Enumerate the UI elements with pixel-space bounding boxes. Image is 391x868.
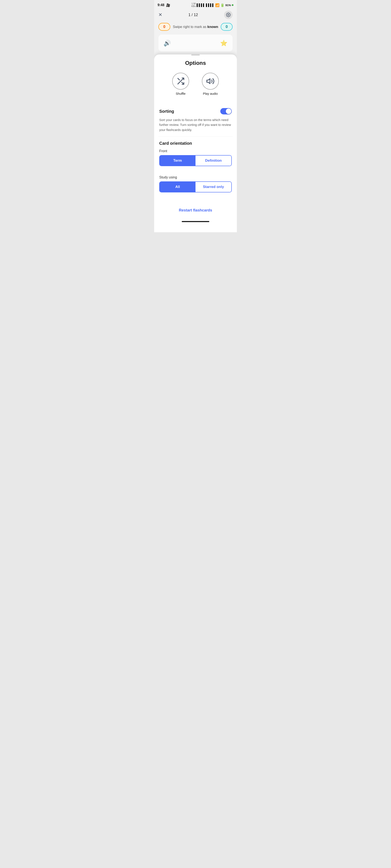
sorting-header: Sorting [159, 108, 232, 115]
signal-bars-icon: ▌▌▌▌ [197, 3, 205, 7]
play-audio-label: Play audio [203, 92, 218, 95]
icon-buttons-row: Shuffle Play audio [154, 73, 237, 95]
restart-section: Restart flashcards [154, 203, 237, 219]
card-preview: 🔊 ⭐ [158, 35, 233, 52]
battery-percent: 91% [225, 4, 231, 7]
volume-icon [206, 77, 215, 85]
sorting-description: Sort your cards to focus on the terms wh… [159, 117, 232, 132]
card-counter: 1 / 12 [188, 13, 198, 17]
toggle-knob [226, 108, 231, 114]
gear-icon [226, 12, 231, 17]
study-using-section: Study using All Starred only [154, 176, 237, 203]
svg-marker-1 [207, 79, 210, 84]
restart-button[interactable]: Restart flashcards [175, 206, 216, 215]
sorting-toggle[interactable] [220, 108, 232, 115]
status-right: 1.58 KB/s ▌▌▌▌ ▌▌▌▌ 📶 🔋 91% [191, 3, 234, 8]
signal-bars2-icon: ▌▌▌▌ [206, 3, 214, 7]
study-segmented-control: All Starred only [159, 181, 232, 192]
svg-point-0 [228, 14, 229, 16]
all-option[interactable]: All [160, 182, 196, 192]
card-star-icon: ⭐ [220, 40, 228, 46]
settings-button[interactable] [224, 10, 233, 19]
options-bottom-sheet: Options Shuffle Pl [154, 55, 237, 232]
hint-text-plain: Swipe right to mark as [173, 25, 207, 29]
battery-icon: 🔋 [220, 3, 224, 7]
wifi-icon: 📶 [215, 3, 219, 7]
bottom-home-indicator [182, 221, 209, 222]
shuffle-button[interactable]: Shuffle [172, 73, 189, 95]
front-label: Front [159, 149, 232, 153]
definition-option[interactable]: Definition [196, 156, 231, 166]
front-segmented-control: Term Definition [159, 155, 232, 166]
shuffle-label: Shuffle [176, 92, 185, 95]
hint-text: Swipe right to mark as known [172, 25, 219, 29]
network-speed: 1.58 KB/s [191, 3, 196, 8]
camera-icon: 🎥 [166, 3, 170, 7]
phone-container: 9:48 🎥 1.58 KB/s ▌▌▌▌ ▌▌▌▌ 📶 🔋 91% ✕ 1 /… [154, 0, 237, 232]
status-bar: 9:48 🎥 1.58 KB/s ▌▌▌▌ ▌▌▌▌ 📶 🔋 91% [154, 0, 237, 9]
card-orientation-section: Card orientation Front Term Definition [154, 137, 237, 176]
known-count: 0 [221, 23, 233, 31]
hint-bar: 0 Swipe right to mark as known 0 [154, 21, 237, 33]
sorting-section: Sorting Sort your cards to focus on the … [154, 103, 237, 136]
top-nav: ✕ 1 / 12 [154, 9, 237, 21]
status-time: 9:48 [157, 3, 164, 7]
play-audio-button[interactable]: Play audio [202, 73, 219, 95]
study-using-label: Study using [159, 176, 232, 179]
options-title: Options [154, 60, 237, 66]
sheet-handle [191, 55, 200, 56]
hint-text-bold: known [207, 25, 218, 29]
play-audio-icon-circle [202, 73, 219, 90]
battery-dot [232, 4, 234, 6]
card-audio-icon: 🔊 [163, 40, 171, 46]
shuffle-icon-circle [172, 73, 189, 90]
sorting-title: Sorting [159, 109, 174, 114]
term-option[interactable]: Term [160, 156, 196, 166]
shuffle-icon [176, 77, 185, 85]
unknown-count: 0 [158, 23, 170, 31]
card-orientation-title: Card orientation [159, 141, 232, 146]
starred-only-option[interactable]: Starred only [196, 182, 231, 192]
close-button[interactable]: ✕ [158, 12, 162, 18]
